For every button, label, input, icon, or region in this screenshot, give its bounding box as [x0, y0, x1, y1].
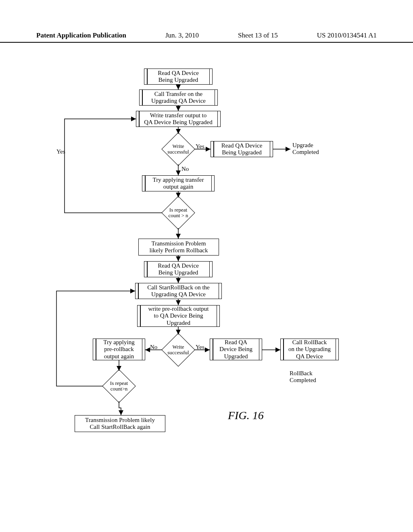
- node-text: Write transfer output to QA Device Being…: [144, 112, 213, 126]
- decision-write-successful-1: Write successful: [162, 133, 194, 165]
- label-no-2: No: [150, 344, 157, 351]
- label-no-1: No: [181, 166, 189, 172]
- node-text: Read QA Device Being Upgraded: [158, 70, 199, 84]
- document-number: US 2010/0134541 A1: [317, 31, 377, 39]
- label-yes-loop-1: Yes: [56, 148, 65, 155]
- node-text: Transmission Problem likely Perform Roll…: [150, 240, 208, 254]
- process-read-qa-4: Read QA Device Being Upgraded: [210, 339, 262, 360]
- process-write-transfer-output: Write transfer output to QA Device Being…: [136, 111, 221, 127]
- node-text: Call RollBack on the Upgrading QA Device: [288, 339, 331, 360]
- process-call-transfer: Call Transfer on the Upgrading QA Device: [139, 89, 218, 106]
- process-call-rollback: Call RollBack on the Upgrading QA Device: [280, 339, 339, 360]
- label-rollback-completed: RollBack Completed: [290, 370, 316, 384]
- label-yes-1: Yes: [196, 143, 204, 150]
- node-text: Read QA Device Being Upgraded: [219, 339, 252, 360]
- figure-label: FIG. 16: [228, 409, 264, 422]
- process-read-qa-2: Read QA Device Being Upgraded: [211, 141, 273, 157]
- process-read-qa-3: Read QA Device Being Upgraded: [144, 261, 213, 277]
- publication-date: Jun. 3, 2010: [165, 31, 199, 39]
- flowchart: Read QA Device Being Upgraded Call Trans…: [0, 64, 413, 500]
- process-try-transfer-again: Try applying transfer output again: [142, 175, 215, 191]
- decision-repeat-count-1: Is repeat count > n: [162, 197, 194, 229]
- process-read-qa-1: Read QA Device Being Upgraded: [144, 69, 213, 85]
- process-transmission-problem-startrollback: Transmission Problem likely Call StartRo…: [75, 415, 165, 432]
- publication-label: Patent Application Publication: [36, 31, 126, 39]
- node-text: Read QA Device Being Upgraded: [158, 262, 199, 276]
- process-try-prerollback-again: Try applying pre-rollback output again: [93, 339, 145, 360]
- page-header: Patent Application Publication Jun. 3, 2…: [0, 31, 413, 43]
- label-yes-2: Yes: [196, 344, 204, 351]
- process-write-prerollback-output: write pre-rollback output to QA Device B…: [137, 305, 220, 327]
- node-text: write pre-rollback output to QA Device B…: [148, 305, 209, 326]
- node-text: Call StartRollBack on the Upgrading QA D…: [147, 284, 210, 298]
- node-text: Call Transfer on the Upgrading QA Device: [151, 91, 206, 105]
- process-transmission-problem-rollback: Transmission Problem likely Perform Roll…: [138, 239, 219, 256]
- node-text: Transmission Problem likely Call StartRo…: [85, 417, 155, 431]
- label-upgrade-completed: Upgrade Completed: [292, 142, 319, 156]
- node-text: Read QA Device Being Upgraded: [221, 142, 263, 156]
- sheet-number: Sheet 13 of 15: [238, 31, 278, 39]
- decision-repeat-count-2: Is repeat count>n: [103, 370, 135, 402]
- process-call-startrollback: Call StartRollBack on the Upgrading QA D…: [135, 283, 222, 299]
- flow-arrows: [0, 64, 413, 500]
- node-text: Try applying transfer output again: [153, 177, 204, 191]
- node-text: Try applying pre-rollback output again: [103, 339, 134, 360]
- decision-write-successful-2: Write successful: [162, 334, 194, 366]
